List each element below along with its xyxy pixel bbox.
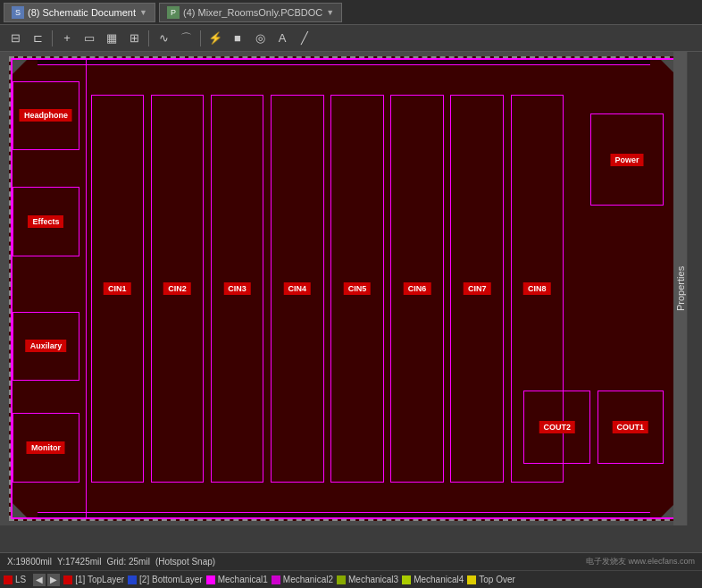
pcb-tab[interactable]: P (4) Mixer_RoomsOnly.PCBDOC ▼: [159, 3, 342, 22]
cin1-label: CIN1: [104, 282, 131, 295]
watermark: 电子发烧友 www.elecfans.com: [586, 556, 695, 567]
mech3-color: [337, 575, 346, 584]
power-room: Power: [590, 113, 664, 206]
layer-tab-mech3[interactable]: Mechanical3: [337, 575, 398, 584]
cout1-room: COUT1: [598, 391, 664, 465]
cin4-channel: CIN4: [271, 95, 324, 482]
bottomlayer-color: [128, 575, 137, 584]
layer-prev-button[interactable]: ◀: [33, 574, 46, 586]
cin5-label: CIN5: [344, 282, 372, 295]
layer-tab-mech2[interactable]: Mechanical2: [272, 575, 333, 584]
cin6-label: CIN6: [404, 282, 431, 295]
grid-info: Grid: 25mil: [107, 557, 150, 567]
coord-y: Y:17425mil: [57, 557, 101, 567]
power-button[interactable]: ⚡: [205, 29, 225, 48]
bottom-tab-bar: LS ◀ ▶ [1] TopLayer [2] BottomLayer Mech…: [0, 570, 702, 588]
cout2-label: COUT2: [539, 421, 575, 433]
filter-button[interactable]: ⊟: [5, 29, 25, 48]
properties-label: Properties: [675, 266, 686, 311]
cin3-channel: CIN3: [211, 95, 264, 482]
mech2-color: [272, 575, 280, 584]
layer-tab-toplayer[interactable]: [1] TopLayer: [63, 575, 124, 584]
left-rooms-panel: Headphone Effects Auxilary Monitor: [11, 58, 87, 519]
toplayer-label: [1] TopLayer: [75, 575, 124, 584]
schematic-tab-dropdown[interactable]: ▼: [139, 8, 147, 17]
cin5-channel: CIN5: [330, 95, 384, 482]
cout1-label: COUT1: [613, 421, 649, 433]
component-button[interactable]: ⊞: [124, 29, 144, 48]
topover-color: [467, 575, 476, 584]
snap-info: (Hotspot Snap): [155, 557, 215, 567]
cin6-channel: CIN6: [390, 95, 444, 482]
schematic-icon: S: [12, 6, 24, 19]
cin7-label: CIN7: [464, 282, 491, 295]
effects-label: Effects: [28, 215, 63, 228]
chart-button[interactable]: ▦: [102, 29, 121, 48]
cin7-channel: CIN7: [450, 95, 504, 482]
monitor-label: Monitor: [27, 441, 65, 454]
ls-indicator: LS: [4, 575, 26, 584]
properties-panel[interactable]: Properties: [673, 52, 688, 525]
cin4-label: CIN4: [284, 282, 312, 295]
layer-next-button[interactable]: ▶: [47, 574, 60, 586]
mech1-label: Mechanical1: [218, 575, 268, 584]
cout2-room: COUT2: [523, 391, 590, 465]
coord-x: X:19800mil: [7, 557, 52, 567]
pcb-tab-dropdown[interactable]: ▼: [326, 8, 334, 17]
pcb-canvas[interactable]: Headphone Effects Auxilary Monitor CIN1: [0, 52, 688, 525]
via-button[interactable]: ◎: [250, 29, 270, 48]
layer-tab-mech1[interactable]: Mechanical1: [206, 575, 268, 584]
pad-button[interactable]: ■: [228, 29, 247, 48]
pcb-icon: P: [167, 6, 180, 19]
mech4-label: Mechanical4: [414, 575, 464, 584]
route-button[interactable]: ∿: [154, 29, 173, 48]
bottomlayer-label: [2] BottomLayer: [139, 575, 203, 584]
arc-button[interactable]: ⌒: [176, 29, 196, 48]
rect-button[interactable]: ▭: [79, 29, 99, 48]
text-button[interactable]: A: [272, 29, 292, 48]
layer-tab-mech4[interactable]: Mechanical4: [402, 575, 464, 584]
toolbar: ⊟ ⊏ + ▭ ▦ ⊞ ∿ ⌒ ⚡ ■ ◎ A ╱: [0, 25, 702, 52]
layer-nav[interactable]: ◀ ▶: [33, 574, 60, 586]
mech1-color: [206, 575, 215, 584]
ls-color: [4, 575, 13, 584]
status-bar: X:19800mil Y:17425mil Grid: 25mil (Hotsp…: [0, 552, 702, 570]
add-button[interactable]: +: [57, 29, 77, 48]
cin2-label: CIN2: [163, 282, 191, 295]
main-area: Headphone Effects Auxilary Monitor CIN1: [0, 52, 702, 525]
auxilary-label: Auxilary: [26, 340, 67, 352]
mech4-color: [402, 575, 411, 584]
cin1-channel: CIN1: [91, 95, 145, 482]
auxilary-room: Auxilary: [13, 312, 80, 381]
pcb-tab-label: (4) Mixer_RoomsOnly.PCBDOC: [183, 7, 322, 18]
headphone-label: Headphone: [20, 109, 72, 122]
ls-label: LS: [15, 575, 26, 584]
title-bar: S (8) Schematic Document ▼ P (4) Mixer_R…: [0, 0, 702, 25]
layer-tab-bottomlayer[interactable]: [2] BottomLayer: [128, 575, 203, 584]
toplayer-color: [63, 575, 72, 584]
cin3-label: CIN3: [223, 282, 251, 295]
cin2-channel: CIN2: [151, 95, 205, 482]
line-button[interactable]: ╱: [295, 29, 314, 48]
pcb-board: Headphone Effects Auxilary Monitor CIN1: [9, 56, 679, 521]
toolbar-separator-2: [148, 30, 149, 46]
effects-room: Effects: [13, 187, 80, 256]
power-label: Power: [611, 154, 644, 166]
schematic-tab-label: (8) Schematic Document: [28, 7, 136, 18]
topover-label: Top Over: [479, 575, 515, 584]
mech3-label: Mechanical3: [348, 575, 398, 584]
cin8-label: CIN8: [523, 282, 551, 295]
net-button[interactable]: ⊏: [28, 29, 47, 48]
toolbar-separator-3: [200, 30, 201, 46]
layer-tab-topover[interactable]: Top Over: [467, 575, 515, 584]
headphone-room: Headphone: [13, 81, 80, 150]
monitor-room: Monitor: [13, 413, 80, 482]
toolbar-separator-1: [52, 30, 53, 46]
mech2-label: Mechanical2: [283, 575, 333, 584]
schematic-tab[interactable]: S (8) Schematic Document ▼: [4, 3, 155, 22]
